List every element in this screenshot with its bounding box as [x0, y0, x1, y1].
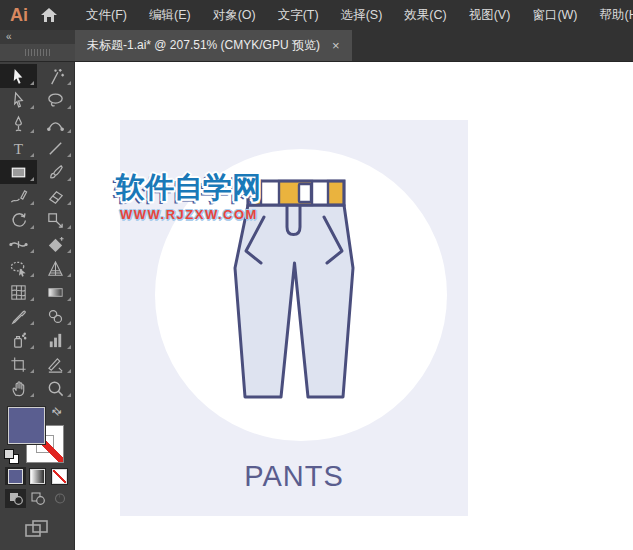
hand-tool[interactable]	[0, 376, 37, 400]
type-tool[interactable]: T	[0, 136, 37, 160]
symbol-sprayer-tool[interactable]	[0, 328, 37, 352]
line-segment-tool[interactable]	[37, 136, 74, 160]
document-viewport[interactable]: 软件自学网 WWW.RJZXW.COM PANTS	[75, 61, 633, 550]
shaper-tool[interactable]	[0, 256, 37, 280]
magic-wand-icon	[46, 67, 65, 86]
tool-panel-header: «	[0, 30, 75, 61]
pen-icon	[9, 115, 28, 134]
zoom-magnifier-icon	[46, 379, 65, 398]
line-segment-icon	[46, 139, 65, 158]
gradient-icon	[46, 283, 65, 302]
artboard[interactable]: 软件自学网 WWW.RJZXW.COM PANTS	[120, 120, 468, 516]
menu-edit[interactable]: 编辑(E)	[138, 0, 202, 30]
tools-grid: T	[0, 61, 74, 400]
symbol-sprayer-icon	[9, 331, 28, 350]
direct-selection-arrow-icon	[9, 91, 28, 110]
pencil-tool[interactable]	[0, 184, 37, 208]
document-tab[interactable]: 未标题-1.ai* @ 207.51% (CMYK/GPU 预览) ×	[75, 30, 352, 61]
draw-behind-icon	[31, 492, 45, 505]
draw-normal-icon	[9, 492, 23, 505]
menu-effect[interactable]: 效果(C)	[393, 0, 457, 30]
change-screen-mode-button[interactable]	[0, 519, 74, 539]
mesh-icon	[9, 283, 28, 302]
draw-inside-icon	[53, 492, 67, 505]
selection-tool[interactable]	[0, 64, 37, 88]
type-icon: T	[9, 139, 28, 158]
draw-behind-button[interactable]	[27, 489, 48, 508]
paintbrush-tool[interactable]	[37, 160, 74, 184]
pants-caption: PANTS	[120, 460, 468, 493]
shaper-lasso-icon	[9, 259, 28, 278]
width-tool[interactable]	[0, 232, 37, 256]
perspective-grid-tool[interactable]	[37, 256, 74, 280]
shape-builder-tool[interactable]	[37, 232, 74, 256]
menu-help[interactable]: 帮助(H)	[589, 0, 633, 30]
menu-type[interactable]: 文字(T)	[267, 0, 330, 30]
column-graph-tool[interactable]	[37, 328, 74, 352]
watermark-title: 软件自学网	[116, 172, 261, 204]
artboard-icon	[9, 355, 28, 374]
tab-close-button[interactable]: ×	[332, 39, 340, 52]
magic-wand-tool[interactable]	[37, 64, 74, 88]
curvature-tool[interactable]	[37, 112, 74, 136]
tab-strip: « 未标题-1.ai* @ 207.51% (CMYK/GPU 预览) ×	[0, 30, 633, 62]
panel-drag-handle[interactable]	[0, 44, 75, 61]
menu-object[interactable]: 对象(O)	[202, 0, 267, 30]
column-graph-icon	[46, 331, 65, 350]
pen-tool[interactable]	[0, 112, 37, 136]
zoom-tool[interactable]	[37, 376, 74, 400]
tool-panel: T	[0, 61, 75, 550]
width-icon	[9, 235, 28, 254]
direct-selection-tool[interactable]	[0, 88, 37, 112]
eraser-icon	[46, 187, 65, 206]
scale-tool[interactable]	[37, 208, 74, 232]
blend-icon	[46, 307, 65, 326]
menu-view[interactable]: 视图(V)	[458, 0, 522, 30]
mesh-tool[interactable]	[0, 280, 37, 304]
rectangle-tool[interactable]	[0, 160, 37, 184]
swap-fill-stroke-button[interactable]: ⇄	[49, 404, 65, 420]
menu-file[interactable]: 文件(F)	[75, 0, 138, 30]
screen-mode-icon	[24, 519, 50, 539]
menu-select[interactable]: 选择(S)	[330, 0, 394, 30]
eyedropper-icon	[9, 307, 28, 326]
blend-tool[interactable]	[37, 304, 74, 328]
default-fill-stroke-button[interactable]	[4, 449, 18, 463]
home-button[interactable]	[41, 8, 57, 22]
pencil-icon	[9, 187, 28, 206]
gradient-tool[interactable]	[37, 280, 74, 304]
paintbrush-icon	[46, 163, 65, 182]
menu-window[interactable]: 窗口(W)	[521, 0, 588, 30]
shape-builder-icon	[46, 235, 65, 254]
home-icon	[41, 8, 57, 22]
paint-style-buttons	[5, 467, 70, 485]
paint-color-button[interactable]	[5, 467, 26, 485]
paint-gradient-button[interactable]	[27, 467, 48, 485]
paint-none-button[interactable]	[49, 467, 70, 485]
rotate-tool[interactable]	[0, 208, 37, 232]
eraser-tool[interactable]	[37, 184, 74, 208]
lasso-tool[interactable]	[37, 88, 74, 112]
hand-icon	[9, 379, 28, 398]
selection-arrow-icon	[9, 67, 28, 86]
svg-text:T: T	[14, 139, 24, 156]
gradient-chip	[30, 469, 45, 484]
collapse-panel-button[interactable]: «	[6, 31, 11, 42]
fill-color-swatch[interactable]	[8, 407, 45, 444]
default-fill-chip	[4, 449, 14, 459]
fill-stroke-controls: ⇄	[0, 405, 74, 465]
curvature-icon	[46, 115, 65, 134]
illustrator-window: Ai 文件(F) 编辑(E) 对象(O) 文字(T) 选择(S) 效果(C) 视…	[0, 0, 633, 550]
watermark-url: WWW.RJZXW.COM	[120, 207, 258, 222]
belt-buckle	[299, 184, 311, 202]
none-chip	[52, 469, 67, 484]
lasso-icon	[46, 91, 65, 110]
color-chip	[8, 469, 23, 484]
ai-logo: Ai	[10, 5, 28, 26]
draw-inside-button[interactable]	[49, 489, 70, 508]
menu-bar: Ai 文件(F) 编辑(E) 对象(O) 文字(T) 选择(S) 效果(C) 视…	[0, 0, 633, 30]
artboard-tool[interactable]	[0, 352, 37, 376]
eyedropper-tool[interactable]	[0, 304, 37, 328]
draw-normal-button[interactable]	[5, 489, 26, 508]
slice-tool[interactable]	[37, 352, 74, 376]
